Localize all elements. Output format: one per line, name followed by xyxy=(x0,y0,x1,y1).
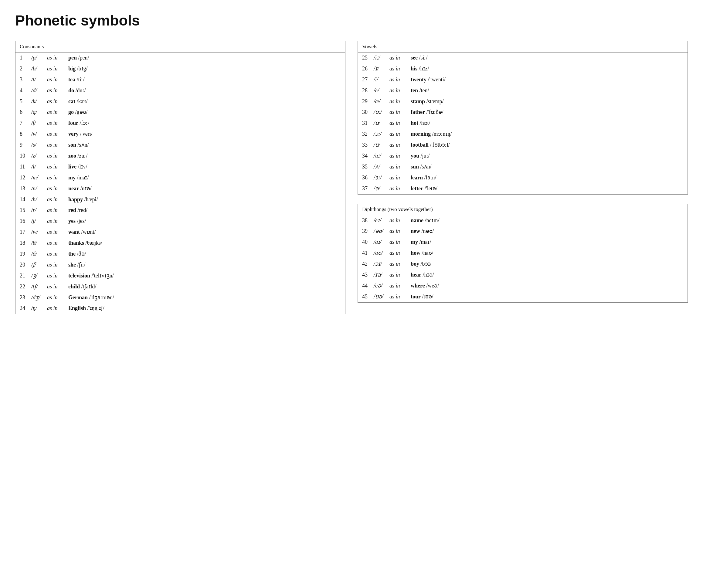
word-entry: new /nəʊ/ xyxy=(411,227,683,235)
right-column: Vowels 25 /iː/ as in see /siː/ 26 /ɪ/ as… xyxy=(358,41,688,303)
as-in-label: as in xyxy=(47,97,68,106)
word-entry: English /'ɪŋglɪʃ/ xyxy=(68,304,341,313)
phonetic-transcription: /'fʊtbɔːl/ xyxy=(430,142,450,148)
as-in-label: as in xyxy=(47,304,68,313)
phonetic-symbol: /æ/ xyxy=(374,97,389,106)
row-number: 30 xyxy=(362,108,374,117)
phonetic-transcription: /haʊ/ xyxy=(422,250,434,256)
content-area: Consonants 1 /p/ as in pen /pen/ 2 /b/ a… xyxy=(15,41,688,314)
table-row: 13 /n/ as in near /nɪə/ xyxy=(15,183,345,194)
as-in-label: as in xyxy=(389,54,411,62)
table-row: 42 /ɔɪ/ as in boy /bɔɪ/ xyxy=(358,259,688,270)
word-entry: red /red/ xyxy=(68,206,341,215)
word: thanks xyxy=(68,240,84,246)
phonetic-symbol: /əʊ/ xyxy=(374,227,389,235)
as-in-label: as in xyxy=(47,152,68,160)
table-row: 20 /ʃ/ as in she /ʃiː/ xyxy=(15,260,345,271)
word: stamp xyxy=(411,98,425,104)
as-in-label: as in xyxy=(389,249,411,258)
word: you xyxy=(411,153,419,159)
row-number: 10 xyxy=(20,152,31,160)
phonetic-transcription: /maɪ/ xyxy=(419,239,431,245)
as-in-label: as in xyxy=(47,217,68,226)
phonetic-transcription: /wɒnt/ xyxy=(81,229,96,235)
phonetic-symbol: /ɔː/ xyxy=(374,130,389,138)
word: my xyxy=(411,239,418,245)
phonetic-transcription: /'veri/ xyxy=(80,131,92,137)
row-number: 24 xyxy=(20,304,31,313)
word: how xyxy=(411,250,420,256)
table-row: 16 /j/ as in yes /jes/ xyxy=(15,216,345,227)
diphthongs-subtitle: (two vowels together) xyxy=(388,206,433,212)
table-row: 14 /h/ as in happy /hæpi/ xyxy=(15,194,345,205)
as-in-label: as in xyxy=(389,152,411,160)
row-number: 39 xyxy=(362,227,374,235)
as-in-label: as in xyxy=(389,130,411,138)
word-entry: she /ʃiː/ xyxy=(68,261,341,269)
phonetic-transcription: /neɪm/ xyxy=(425,217,440,223)
word: near xyxy=(68,186,79,192)
word-entry: hear /hɪə/ xyxy=(411,271,683,279)
word-entry: letter /'letə/ xyxy=(411,185,683,193)
phonetic-symbol: /aɪ/ xyxy=(374,238,389,246)
table-row: 44 /eə/ as in where /weə/ xyxy=(358,281,688,291)
as-in-label: as in xyxy=(389,238,411,246)
row-number: 43 xyxy=(362,271,374,279)
as-in-label: as in xyxy=(47,294,68,302)
phonetic-transcription: /mɔːnɪŋ/ xyxy=(432,131,452,137)
word-entry: learn /lɜːn/ xyxy=(411,174,683,182)
word-entry: sun /sʌn/ xyxy=(411,163,683,171)
word: football xyxy=(411,142,428,148)
as-in-label: as in xyxy=(389,282,411,290)
word: happy xyxy=(68,197,83,203)
word-entry: father /'fɑːðə/ xyxy=(411,108,683,117)
row-number: 2 xyxy=(20,65,31,73)
phonetic-transcription: /bɪg/ xyxy=(77,66,88,72)
as-in-label: as in xyxy=(47,261,68,269)
word-entry: cat /kæt/ xyxy=(68,97,341,106)
table-row: 40 /aɪ/ as in my /maɪ/ xyxy=(358,237,688,248)
table-row: 22 /tʃ/ as in child /tʃaɪld/ xyxy=(15,281,345,292)
as-in-label: as in xyxy=(47,76,68,84)
row-number: 37 xyxy=(362,185,374,193)
table-row: 5 /k/ as in cat /kæt/ xyxy=(15,96,345,107)
phonetic-transcription: /θæŋks/ xyxy=(86,240,102,246)
as-in-label: as in xyxy=(47,119,68,128)
word-entry: German /'dʒɜːmən/ xyxy=(68,294,341,302)
row-number: 22 xyxy=(20,283,31,291)
as-in-label: as in xyxy=(47,65,68,73)
page-title: Phonetic symbols xyxy=(15,12,688,29)
table-row: 24 /ŋ/ as in English /'ɪŋglɪʃ/ xyxy=(15,303,345,314)
word: she xyxy=(68,262,76,268)
word-entry: you /juː/ xyxy=(411,152,683,160)
phonetic-transcription: /tʊə/ xyxy=(422,294,434,300)
word: letter xyxy=(411,186,423,192)
word-entry: tea /tiː/ xyxy=(68,76,341,84)
word-entry: twenty /'twenti/ xyxy=(411,76,683,84)
as-in-label: as in xyxy=(389,185,411,193)
phonetic-transcription: /pen/ xyxy=(78,55,89,61)
word: see xyxy=(411,55,418,61)
phonetic-transcription: /stæmp/ xyxy=(426,98,444,104)
phonetic-transcription: /'letə/ xyxy=(424,186,437,192)
row-number: 36 xyxy=(362,174,374,182)
row-number: 4 xyxy=(20,86,31,95)
row-number: 34 xyxy=(362,152,374,160)
row-number: 15 xyxy=(20,206,31,215)
table-row: 8 /v/ as in very /'veri/ xyxy=(15,129,345,140)
consonants-section: Consonants 1 /p/ as in pen /pen/ 2 /b/ a… xyxy=(15,41,345,314)
table-row: 23 /dʒ/ as in German /'dʒɜːmən/ xyxy=(15,292,345,303)
as-in-label: as in xyxy=(389,174,411,182)
word-entry: do /duː/ xyxy=(68,86,341,95)
phonetic-symbol: /ɪə/ xyxy=(374,271,389,279)
phonetic-transcription: /jes/ xyxy=(77,218,86,224)
diphthongs-header: Diphthongs (two vowels together) xyxy=(358,204,688,215)
phonetic-symbol: /k/ xyxy=(31,97,47,106)
table-row: 7 /f/ as in four /fɔː/ xyxy=(15,118,345,129)
phonetic-transcription: /nɪə/ xyxy=(80,186,92,192)
word-entry: zoo /zuː/ xyxy=(68,152,341,160)
as-in-label: as in xyxy=(47,141,68,149)
word-entry: the /ðə/ xyxy=(68,250,341,258)
word-entry: pen /pen/ xyxy=(68,54,341,62)
vowels-header: Vowels xyxy=(358,41,688,53)
